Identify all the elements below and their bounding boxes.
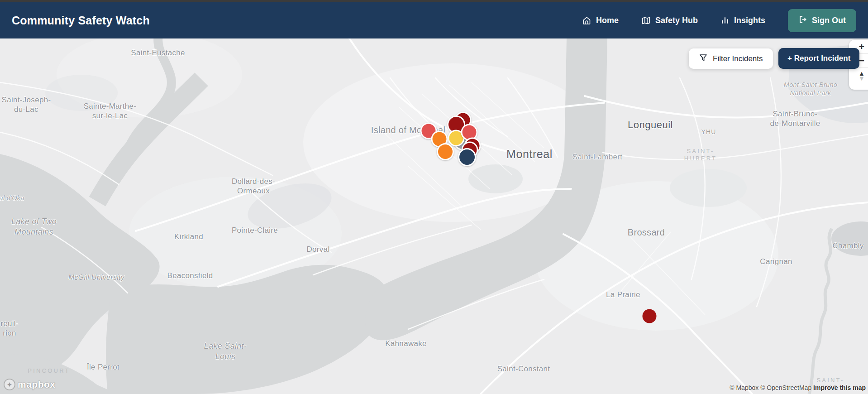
report-incident-button[interactable]: + Report Incident [778,48,859,69]
incident-marker[interactable] [437,143,454,160]
filter-incidents-button[interactable]: Filter Incidents [689,48,773,69]
osm-attribution-link[interactable]: © OpenStreetMap [760,384,811,391]
nav-insights[interactable]: Insights [720,16,765,25]
report-incident-label: + Report Incident [787,54,850,63]
map-icon [641,16,651,25]
basemap-artwork [0,38,868,394]
app-title: Community Safety Watch [12,14,150,27]
pitch-down-icon: ▼ [858,76,865,81]
app-header: Community Safety Watch Home Safety Hub I… [0,2,868,38]
mapbox-attribution-link[interactable]: © Mapbox [730,384,758,391]
incident-marker[interactable] [458,148,476,166]
nav-safety-hub[interactable]: Safety Hub [641,16,698,25]
sign-out-button[interactable]: Sign Out [788,9,856,32]
log-out-icon [798,15,807,26]
mapbox-logo[interactable]: ✦ mapbox [4,379,56,390]
nav-home-label: Home [596,16,619,25]
mapbox-pin-icon: ✦ [4,379,15,390]
pitch-toggle-button[interactable]: ▲ ▼ [858,68,865,81]
bar-chart-icon [720,16,730,25]
incident-marker[interactable] [643,309,657,323]
improve-map-link[interactable]: Improve this map [813,384,866,391]
funnel-icon [699,53,708,64]
nav-safety-hub-label: Safety Hub [655,16,698,25]
mapbox-wordmark: mapbox [18,379,56,390]
nav-home[interactable]: Home [582,16,619,25]
main-nav: Home Safety Hub Insights Sign Out [582,9,856,32]
map-canvas[interactable]: Saint-EustacheSaint-Joseph- du-LacSainte… [0,38,868,394]
filter-incidents-label: Filter Incidents [713,54,763,63]
nav-insights-label: Insights [734,16,765,25]
home-icon [582,16,591,25]
map-attribution: © Mapbox © OpenStreetMap Improve this ma… [730,384,866,391]
sign-out-label: Sign Out [812,16,846,25]
